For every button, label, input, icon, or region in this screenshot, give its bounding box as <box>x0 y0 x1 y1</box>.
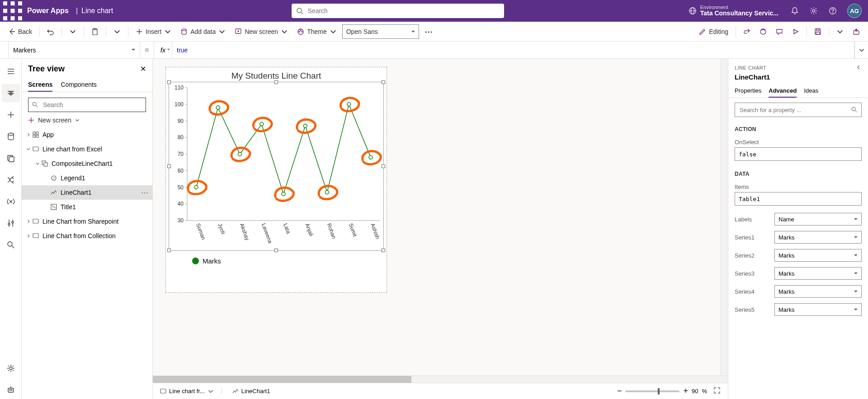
property-label: Series2 <box>735 252 771 259</box>
fx-button[interactable]: fx <box>154 42 172 58</box>
tree-item[interactable]: CompositeLineChart1 <box>22 156 152 171</box>
input-items[interactable]: Table1 <box>735 192 862 206</box>
property-select[interactable]: Name <box>774 213 862 225</box>
overflow-button[interactable]: ⋯ <box>421 24 436 39</box>
rail-search-icon[interactable] <box>2 236 20 254</box>
paste-dropdown[interactable] <box>110 24 124 39</box>
expand-formula-bar[interactable] <box>854 42 868 58</box>
label-items: Items <box>728 180 868 192</box>
rail-media-icon[interactable] <box>2 149 20 167</box>
tab-components[interactable]: Components <box>61 78 96 92</box>
undo-dropdown[interactable] <box>66 24 80 39</box>
save-button[interactable] <box>811 24 825 39</box>
property-search-input[interactable] <box>739 106 851 114</box>
insert-button[interactable]: Insert <box>132 24 175 39</box>
expand-panel-icon[interactable] <box>855 64 862 71</box>
breadcrumb-screen[interactable]: Line chart fr... <box>157 388 217 394</box>
back-button[interactable]: Back <box>5 24 36 39</box>
tree-item[interactable]: Line Chart from Collection <box>22 229 152 243</box>
svg-point-28 <box>302 31 302 32</box>
rail-insert-icon[interactable] <box>2 106 20 124</box>
checker-button[interactable] <box>756 24 770 39</box>
equals-sign: = <box>140 46 154 54</box>
property-select[interactable]: Marks <box>774 231 862 244</box>
tree-item[interactable]: Line chart from Excel <box>22 142 152 156</box>
help-icon[interactable] <box>824 0 842 22</box>
new-screen-button[interactable]: New screen <box>231 24 292 39</box>
zoom-in-icon[interactable]: + <box>683 386 688 396</box>
tree-item[interactable]: ?Legend1 <box>22 171 152 185</box>
rail-settings-icon[interactable] <box>2 359 20 377</box>
rail-variables-icon[interactable] <box>2 192 20 211</box>
input-onselect[interactable]: false <box>735 147 862 161</box>
svg-rect-57 <box>36 135 38 137</box>
property-select[interactable]: Marks <box>774 249 862 262</box>
tree-search[interactable] <box>28 98 146 112</box>
property-select[interactable]: Marks <box>774 303 862 316</box>
tab-properties[interactable]: Properties <box>735 84 761 98</box>
tree-item[interactable]: Line Chart from Sharepoint <box>22 214 152 229</box>
canvas-scroll[interactable]: My Students Line Chart 30405060708090100… <box>153 59 721 376</box>
add-data-button[interactable]: Add data <box>177 24 229 39</box>
tab-screens[interactable]: Screens <box>28 78 52 92</box>
property-select[interactable]: Marks <box>774 267 862 280</box>
rail-virtual-agent-icon[interactable] <box>2 381 20 399</box>
horizontal-scrollbar[interactable] <box>153 376 728 383</box>
preview-button[interactable] <box>788 24 803 39</box>
svg-text:50: 50 <box>178 184 184 191</box>
editing-mode[interactable]: Editing <box>695 24 732 39</box>
vertical-scrollbar[interactable] <box>721 59 728 376</box>
property-search[interactable] <box>735 103 862 117</box>
user-avatar[interactable]: AG <box>847 4 862 18</box>
search-input[interactable] <box>307 7 500 15</box>
rail-hamburger-icon[interactable] <box>2 62 20 80</box>
svg-rect-4 <box>11 9 15 13</box>
tree-item[interactable]: Title1 <box>22 200 152 214</box>
svg-text:Ashish: Ashish <box>369 222 381 240</box>
formula-input[interactable]: true <box>172 47 854 54</box>
tree-item[interactable]: App <box>22 127 152 142</box>
property-selector[interactable]: Markers <box>8 42 140 58</box>
save-dropdown[interactable] <box>833 24 847 39</box>
zoom-out-icon[interactable]: − <box>617 386 622 396</box>
settings-icon[interactable] <box>805 0 823 22</box>
notifications-icon[interactable] <box>786 0 804 22</box>
svg-rect-56 <box>33 135 35 137</box>
publish-button[interactable] <box>849 24 863 39</box>
svg-point-42 <box>12 221 14 223</box>
property-select[interactable]: Marks <box>774 285 862 298</box>
app-launcher-icon[interactable] <box>2 0 24 22</box>
tab-ideas[interactable]: Ideas <box>804 84 818 98</box>
tree-search-input[interactable] <box>42 101 142 109</box>
selected-chart[interactable]: 30405060708090100110SumanJyotiAkshayLave… <box>169 82 384 251</box>
environment-picker[interactable]: Environment Tata Consultancy Servic... <box>682 5 785 17</box>
share-button[interactable] <box>740 24 754 39</box>
zoom-slider[interactable] <box>625 390 679 392</box>
svg-line-64 <box>52 206 56 208</box>
global-search[interactable] <box>292 4 504 18</box>
undo-button[interactable] <box>43 24 58 39</box>
svg-text:70: 70 <box>178 151 184 157</box>
font-selector[interactable]: Open Sans <box>342 24 419 39</box>
artboard[interactable]: My Students Line Chart 30405060708090100… <box>165 67 387 293</box>
svg-text:Anjali: Anjali <box>304 222 314 237</box>
tab-advanced[interactable]: Advanced <box>769 84 797 98</box>
rail-tree-view-icon[interactable] <box>2 84 20 102</box>
rail-flows-icon[interactable] <box>2 171 20 189</box>
tree-view-title: Tree view <box>28 64 140 74</box>
rail-data-icon[interactable] <box>2 127 20 146</box>
rail-tools-icon[interactable] <box>2 214 20 232</box>
theme-button[interactable]: Theme <box>293 24 340 39</box>
tree-item[interactable]: LineChart1⋯ <box>22 185 152 200</box>
app-name[interactable]: Power Apps <box>24 7 72 15</box>
property-row: Series5Marks <box>728 300 868 319</box>
fit-to-screen-icon[interactable] <box>711 387 723 395</box>
env-value: Tata Consultancy Servic... <box>700 10 778 17</box>
close-tree-icon[interactable]: ✕ <box>140 65 146 73</box>
svg-rect-66 <box>33 234 38 238</box>
comments-button[interactable] <box>772 24 787 39</box>
paste-button[interactable] <box>88 24 102 39</box>
breadcrumb-control[interactable]: LineChart1 <box>230 388 273 394</box>
section-action: ACTION <box>728 122 868 135</box>
new-screen-button[interactable]: New screen <box>22 116 152 127</box>
